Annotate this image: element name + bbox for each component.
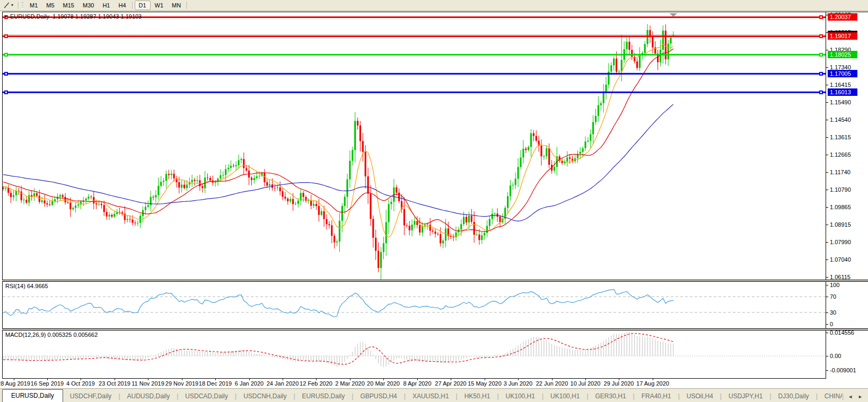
toolbar-grip[interactable]: [22, 2, 23, 8]
rsi-label: RSI(14) 64.9665: [5, 283, 48, 289]
price-tick-label: 1.07990: [830, 239, 851, 245]
horizontal-line-1.19017[interactable]: [3, 34, 826, 38]
rsi-tick-label: 70: [830, 293, 836, 300]
rsi-panel[interactable]: [3, 282, 826, 328]
horizontal-line-1.16013[interactable]: [3, 91, 826, 94]
timeframe-button-M5[interactable]: M5: [42, 1, 58, 10]
macd-panel[interactable]: [3, 330, 826, 378]
price-line-badge: 1.16013: [828, 88, 857, 96]
tab-USDCNH-Daily-4[interactable]: USDCNH,Daily: [236, 390, 293, 402]
tab-FRA40-H1-12[interactable]: FRA40,H1: [635, 390, 678, 402]
timeframe-button-D1[interactable]: D1: [135, 1, 151, 10]
timeframe-button-M1[interactable]: M1: [25, 1, 42, 10]
date-tick-label: 27 Apr 2020: [435, 380, 466, 387]
chart-ohlc-quote: 1.19078 1.19287 1.19043 1.19103: [52, 13, 142, 20]
tab-CHINA300-H1-16[interactable]: CHINA300,H1: [818, 390, 842, 402]
date-tick-label: 23 Oct 2019: [99, 380, 130, 387]
date-tick-label: 24 Jan 2020: [267, 380, 299, 387]
price-tick-mark: [826, 137, 828, 138]
price-tick-mark: [826, 260, 828, 260]
chart-tabs-bar: EURUSD,DailyUSDCHF,Daily|AUDUSD,Daily|US…: [0, 388, 868, 402]
moving-average-21[interactable]: [3, 49, 673, 231]
price-line-badge: 1.17005: [828, 70, 857, 77]
price-tick-label: 1.09865: [830, 204, 851, 210]
main-price-panel[interactable]: [3, 12, 826, 280]
macd-tick-label: 0.014556: [830, 329, 854, 336]
tab-USDCHF-Daily-1[interactable]: USDCHF,Daily: [63, 390, 119, 402]
macd-tick-label: 0.00: [830, 353, 841, 359]
tab-UK100-H1-9[interactable]: UK100,H1: [499, 390, 542, 402]
date-tick-label: 11 Nov 2019: [131, 380, 164, 387]
chart-menu-arrow-icon[interactable]: ▼: [4, 14, 8, 19]
toolbar-separator: [187, 2, 188, 9]
price-line-badge: 1.18025: [828, 51, 857, 58]
date-tick-label: 29 Nov 2019: [165, 380, 198, 387]
date-tick-label: 3 Jun 2020: [504, 380, 532, 387]
date-tick-label: 20 Mar 2020: [367, 380, 400, 387]
macd-name: MACD(12,26,9): [5, 332, 46, 338]
timeframe-button-M30[interactable]: M30: [78, 1, 98, 10]
tabs-scroll-left-button[interactable]: ◄: [848, 394, 853, 399]
chart-tabs: EURUSD,DailyUSDCHF,Daily|AUDUSD,Daily|US…: [0, 389, 842, 402]
price-tick-label: 1.07040: [830, 256, 851, 263]
price-tick-mark: [826, 172, 828, 173]
toolbar-separator: [18, 2, 19, 9]
macd-tick-mark: [826, 356, 828, 356]
price-tick-mark: [826, 190, 828, 190]
price-tick-mark: [826, 102, 828, 103]
macd-values: 0.005325 0.005662: [47, 332, 98, 338]
timeframe-button-MN[interactable]: MN: [168, 1, 185, 10]
tab-UK100-H1-10[interactable]: UK100,H1: [543, 390, 586, 402]
date-tick-label: 18 Dec 2019: [199, 380, 232, 387]
horizontal-line-1.17005[interactable]: [3, 72, 826, 76]
moving-average-60[interactable]: [3, 104, 673, 221]
timeframe-button-H4[interactable]: H4: [114, 1, 130, 10]
tab-USDJPY-H1-14[interactable]: USDJPY,H1: [722, 390, 769, 402]
dropdown-arrow-icon: ▾: [11, 3, 13, 7]
macd-tick-mark: [826, 370, 828, 371]
macd-histogram: [3, 332, 673, 368]
tabs-scroll-right-button[interactable]: ►: [858, 394, 863, 399]
date-tick-label: 16 Sep 2019: [31, 380, 64, 387]
tab-USOil-H4-13[interactable]: USOil,H4: [680, 390, 720, 402]
tab-DJ30-Daily-15[interactable]: DJ30,Daily: [771, 390, 816, 402]
rsi-tick-label: 30: [830, 309, 836, 316]
tab-EURUSD-Daily-0[interactable]: EURUSD,Daily: [2, 389, 63, 402]
rsi-tick-label: 100: [830, 282, 839, 288]
price-tick-mark: [826, 242, 828, 243]
chart-title: ▼EURUSD,Daily 1.19078 1.19287 1.19043 1.…: [4, 13, 142, 20]
price-tick-label: 1.11740: [830, 169, 851, 175]
price-tick-label: 1.08915: [830, 221, 851, 228]
tab-GBPUSD-H4-6[interactable]: GBPUSD,H4: [353, 390, 404, 402]
rsi-tick-mark: [826, 285, 828, 285]
date-tick-label: 4 Oct 2019: [66, 380, 95, 387]
date-tick-label: 10 Jul 2020: [571, 380, 601, 387]
date-axis[interactable]: 28 Aug 201916 Sep 20194 Oct 201923 Oct 2…: [2, 378, 826, 388]
tab-HK50-H1-8[interactable]: HK50,H1: [458, 390, 497, 402]
macd-tick-mark: [826, 333, 828, 333]
date-tick-label: 2 Mar 2020: [335, 380, 365, 387]
timeframe-button-M15[interactable]: M15: [59, 1, 78, 10]
tab-USDCAD-Daily-3[interactable]: USDCAD,Daily: [178, 390, 235, 402]
tab-GER30-H1-11[interactable]: GER30,H1: [589, 390, 633, 402]
timeframe-button-W1[interactable]: W1: [151, 1, 168, 10]
price-tick-label: 1.06115: [830, 274, 851, 280]
rsi-name: RSI(14): [5, 283, 25, 289]
price-line-badge: 1.20037: [828, 13, 857, 21]
rsi-tick-mark: [826, 324, 828, 325]
price-tick-label: 1.12665: [830, 151, 851, 158]
timeframe-button-H1[interactable]: H1: [98, 1, 114, 10]
tab-EURUSD-Daily-5[interactable]: EURUSD,Daily: [295, 390, 352, 402]
horizontal-line-1.18025[interactable]: [3, 53, 826, 57]
candlestick-layer: [3, 24, 674, 280]
date-tick-label: 15 May 2020: [468, 380, 502, 387]
price-axis[interactable]: 1.201651.192151.182901.173401.164151.154…: [826, 12, 868, 378]
draw-tool-button[interactable]: ▾: [0, 1, 16, 10]
date-tick-label: 28 Aug 2019: [0, 380, 30, 387]
date-tick-label: 29 Jul 2020: [604, 380, 634, 387]
price-tick-label: 1.16415: [830, 82, 851, 88]
rsi-tick-mark: [826, 297, 828, 297]
tab-XAUUSD-H1-7[interactable]: XAUUSD,H1: [406, 390, 456, 402]
price-tick-mark: [826, 225, 828, 225]
tab-AUDUSD-Daily-2[interactable]: AUDUSD,Daily: [120, 390, 177, 402]
